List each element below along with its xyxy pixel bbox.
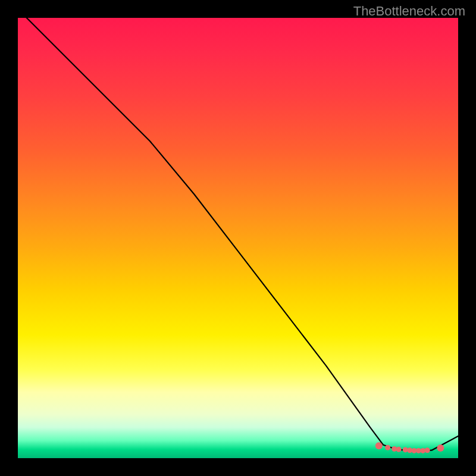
watermark-text: TheBottleneck.com xyxy=(353,4,465,19)
chart-gradient-background xyxy=(18,18,458,458)
